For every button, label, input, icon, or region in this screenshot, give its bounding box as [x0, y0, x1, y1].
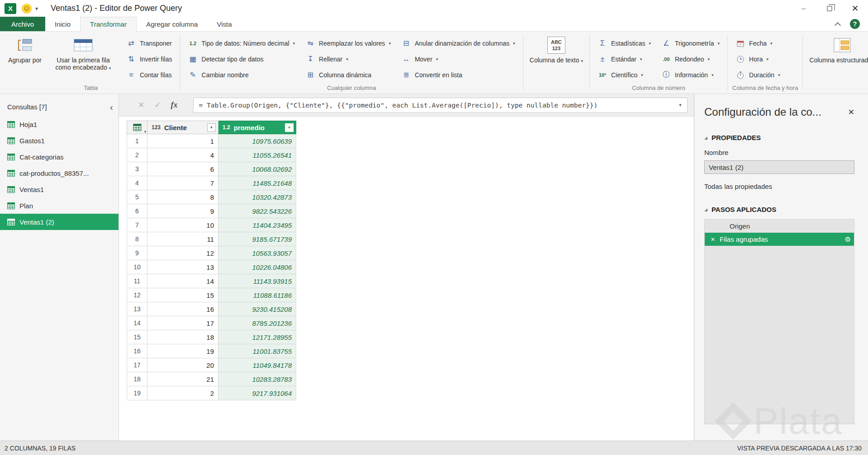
row-number[interactable]: 8: [127, 232, 147, 246]
filter-button-promedio[interactable]: ▾: [285, 123, 294, 132]
cell-cliente[interactable]: 1: [147, 134, 218, 148]
row-number[interactable]: 5: [127, 190, 147, 204]
row-number[interactable]: 16: [127, 344, 147, 358]
cell-cliente[interactable]: 6: [147, 162, 218, 176]
cancel-formula-icon[interactable]: ✕: [138, 100, 144, 110]
row-number[interactable]: 14: [127, 316, 147, 330]
collapse-queries-pane-icon[interactable]: ‹: [110, 103, 113, 111]
replace-values-button[interactable]: ⇋ Reemplazar los valores ▾: [301, 36, 395, 50]
time-button[interactable]: Hora ▾: [731, 52, 785, 66]
formula-input[interactable]: = Table.Group(Origen, {"Cliente"}, {{"pr…: [193, 98, 688, 113]
cell-cliente[interactable]: 8: [147, 190, 218, 204]
query-name-input[interactable]: [704, 160, 854, 174]
transpose-button[interactable]: ⇄ Transponer: [122, 36, 177, 50]
tab-transformar[interactable]: Transformar: [80, 17, 137, 32]
trigonometry-button[interactable]: ∠ Trigonometría ▾: [657, 36, 724, 50]
row-number[interactable]: 3: [127, 162, 147, 176]
fx-icon[interactable]: fx: [171, 100, 178, 110]
query-list-item[interactable]: cat-productos_88357...: [0, 165, 119, 181]
properties-section-header[interactable]: ◢ PROPIEDADES: [704, 134, 854, 141]
cell-cliente[interactable]: 21: [147, 372, 218, 386]
tab-inicio[interactable]: Inicio: [45, 17, 80, 31]
move-button[interactable]: ↔ Mover ▾: [397, 52, 520, 66]
delete-step-icon[interactable]: ✕: [708, 236, 718, 243]
close-button[interactable]: ✕: [842, 0, 868, 17]
step-settings-gear-icon[interactable]: ⚙: [845, 235, 851, 244]
row-number[interactable]: 15: [127, 330, 147, 344]
tab-agregar-columna[interactable]: Agregar columna: [137, 17, 207, 31]
cell-cliente[interactable]: 17: [147, 316, 218, 330]
structured-column-button[interactable]: Columna estructurada ▾: [806, 35, 868, 66]
cell-promedio[interactable]: 11055.26541: [218, 148, 296, 162]
cell-cliente[interactable]: 18: [147, 330, 218, 344]
titlebar-dropdown-caret-icon[interactable]: ▾: [35, 5, 38, 12]
cell-promedio[interactable]: 11404.23495: [218, 218, 296, 232]
help-icon[interactable]: ?: [850, 19, 860, 29]
commit-formula-icon[interactable]: ✓: [154, 100, 161, 110]
tab-archivo[interactable]: Archivo: [0, 17, 45, 31]
row-number[interactable]: 7: [127, 218, 147, 232]
cell-cliente[interactable]: 7: [147, 176, 218, 190]
cell-cliente[interactable]: 4: [147, 148, 218, 162]
row-number[interactable]: 6: [127, 204, 147, 218]
row-number[interactable]: 9: [127, 246, 147, 260]
cell-promedio[interactable]: 10068.02692: [218, 162, 296, 176]
pivot-column-button[interactable]: ⊞ Columna dinámica: [301, 68, 395, 82]
cell-promedio[interactable]: 11049.84178: [218, 358, 296, 372]
data-type-button[interactable]: 1.2 Tipo de datos: Número decimal ▾: [184, 36, 300, 50]
tab-vista[interactable]: Vista: [207, 17, 241, 31]
cell-cliente[interactable]: 10: [147, 218, 218, 232]
cell-promedio[interactable]: 10975.60639: [218, 134, 296, 148]
rounding-button[interactable]: .00 Redondeo ▾: [657, 52, 724, 66]
use-first-row-as-header-button[interactable]: Usar la primera fila como encabezado ▾: [46, 35, 120, 73]
row-number[interactable]: 2: [127, 148, 147, 162]
cell-promedio[interactable]: 9217.931064: [218, 386, 296, 400]
cell-cliente[interactable]: 20: [147, 358, 218, 372]
reverse-rows-button[interactable]: ⇅ Invertir filas: [122, 52, 177, 66]
cell-promedio[interactable]: 11485.21648: [218, 176, 296, 190]
row-number[interactable]: 1: [127, 134, 147, 148]
count-rows-button[interactable]: ≡ Contar filas: [122, 68, 177, 82]
minimize-button[interactable]: –: [791, 0, 816, 17]
cell-cliente[interactable]: 13: [147, 260, 218, 274]
information-button[interactable]: ⓘ Información ▾: [657, 68, 724, 82]
cell-cliente[interactable]: 2: [147, 386, 218, 400]
cell-promedio[interactable]: 9185.671739: [218, 232, 296, 246]
cell-cliente[interactable]: 12: [147, 246, 218, 260]
detect-data-type-button[interactable]: ▦ Detectar tipo de datos: [184, 52, 300, 66]
row-number[interactable]: 4: [127, 176, 147, 190]
cell-cliente[interactable]: 16: [147, 302, 218, 316]
cell-cliente[interactable]: 19: [147, 344, 218, 358]
scientific-button[interactable]: 10² Científico ▾: [593, 68, 655, 82]
convert-to-list-button[interactable]: ≣ Convertir en lista: [397, 68, 520, 82]
standard-button[interactable]: ± Estándar ▾: [593, 52, 655, 66]
query-list-item[interactable]: Cat-categorias: [0, 149, 119, 165]
formula-expand-caret-icon[interactable]: ▾: [674, 102, 687, 108]
cell-cliente[interactable]: 15: [147, 288, 218, 302]
applied-step[interactable]: ✕ Filas agrupadas ⚙: [705, 233, 854, 246]
group-by-button[interactable]: Agrupar por: [5, 35, 45, 65]
column-header-cliente[interactable]: 123 Cliente ▾: [147, 121, 218, 134]
collapse-ribbon-icon[interactable]: [835, 22, 841, 28]
cell-promedio[interactable]: 10320.42873: [218, 190, 296, 204]
filter-button-cliente[interactable]: ▾: [207, 123, 216, 132]
row-number[interactable]: 12: [127, 288, 147, 302]
row-number[interactable]: 10: [127, 260, 147, 274]
query-list-item[interactable]: Ventas1: [0, 181, 119, 197]
all-properties-link[interactable]: Todas las propiedades: [704, 183, 854, 190]
rename-button[interactable]: ✎ Cambiar nombre: [184, 68, 300, 82]
applied-step[interactable]: ✕ Origen ⚙: [705, 220, 854, 233]
date-button[interactable]: Fecha ▾: [731, 36, 785, 50]
cell-promedio[interactable]: 11001.83755: [218, 344, 296, 358]
cell-promedio[interactable]: 8785.201236: [218, 316, 296, 330]
query-list-item[interactable]: Plan: [0, 197, 119, 214]
cell-promedio[interactable]: 10563.93057: [218, 246, 296, 260]
query-list-item[interactable]: Hoja1: [0, 116, 119, 132]
cell-cliente[interactable]: 11: [147, 232, 218, 246]
unpivot-columns-button[interactable]: ⊟ Anular dinamización de columnas ▾: [397, 36, 520, 50]
cell-promedio[interactable]: 10283.28783: [218, 372, 296, 386]
row-number[interactable]: 18: [127, 372, 147, 386]
feedback-smiley-icon[interactable]: ☺: [22, 4, 32, 14]
text-column-button[interactable]: ABC123 Columna de texto ▾: [526, 35, 586, 66]
table-menu-button[interactable]: ▾: [127, 121, 147, 134]
